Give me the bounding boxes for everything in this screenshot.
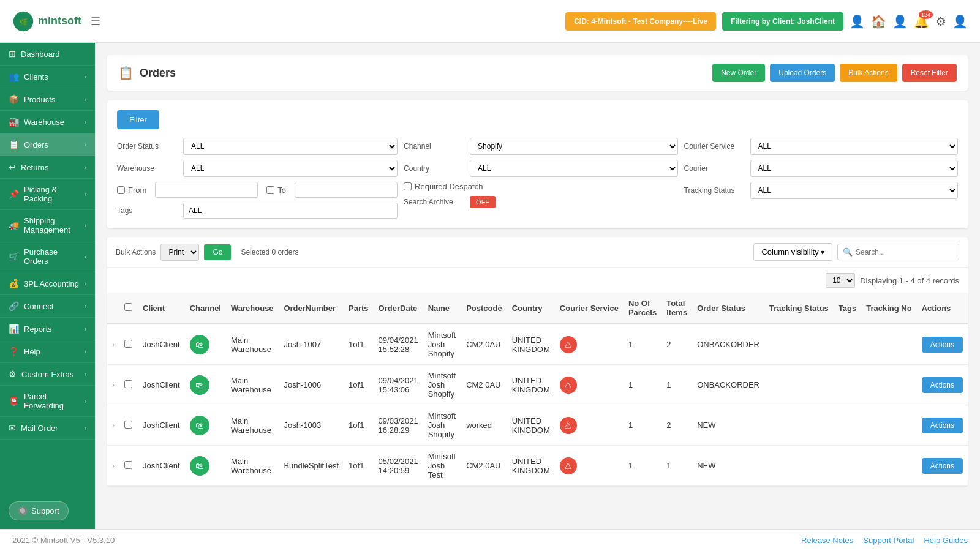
- warehouse-cell-3: Main Warehouse: [226, 446, 279, 486]
- expand-arrow-3[interactable]: ›: [112, 462, 115, 470]
- courier-field: Courier ALL: [684, 160, 958, 177]
- sidebar-item-dashboard[interactable]: ⊞ Dashboard: [0, 43, 95, 66]
- release-notes-link[interactable]: Release Notes: [801, 536, 853, 545]
- products-arrow: ›: [85, 96, 86, 103]
- expand-arrow-2[interactable]: ›: [112, 421, 115, 430]
- sidebar-item-warehouse[interactable]: 🏭 Warehouse ›: [0, 111, 95, 133]
- users-icon[interactable]: 👤: [850, 14, 865, 29]
- expand-cell-0[interactable]: ›: [107, 324, 119, 365]
- sidebar-item-picking-packing[interactable]: 📌 Picking & Packing ›: [0, 179, 95, 210]
- expand-cell-1[interactable]: ›: [107, 365, 119, 405]
- actions-cell-0: Actions: [917, 324, 968, 365]
- settings-icon[interactable]: ⚙: [935, 14, 946, 29]
- sidebar-label-picking: Picking & Packing: [24, 185, 80, 203]
- client-badge[interactable]: Filtering by Client: JoshClient: [722, 12, 843, 31]
- col-channel: Channel: [185, 293, 226, 324]
- sidebar-item-custom-extras[interactable]: ⚙ Custom Extras ›: [0, 363, 95, 386]
- notification-icon[interactable]: 🔔 124: [914, 14, 929, 29]
- filter-button[interactable]: Filter: [117, 110, 159, 129]
- sidebar-item-connect[interactable]: 🔗 Connect ›: [0, 295, 95, 318]
- clients-arrow: ›: [85, 73, 86, 80]
- parcels-cell-1: 1: [624, 365, 662, 405]
- logo-text: mintsoft: [38, 15, 81, 28]
- avatar-icon[interactable]: 👤: [952, 14, 968, 29]
- from-date-input[interactable]: [155, 182, 258, 198]
- required-despatch-label: Required Despatch: [404, 182, 483, 191]
- support-portal-link[interactable]: Support Portal: [863, 536, 914, 545]
- country-label: Country: [404, 164, 465, 173]
- footer: 2021 © Mintsoft V5 - V5.3.10 Release Not…: [0, 529, 980, 551]
- courier-cell-2: ⚠: [555, 405, 624, 446]
- sidebar-footer: 🔘 Support: [0, 493, 95, 529]
- country-field: Country ALL: [404, 160, 677, 177]
- home-icon[interactable]: 🏠: [871, 14, 886, 29]
- row-checkbox-2[interactable]: [124, 421, 132, 429]
- new-order-button[interactable]: New Order: [712, 64, 765, 82]
- expand-cell-3[interactable]: ›: [107, 446, 119, 486]
- actions-button-0[interactable]: Actions: [922, 337, 963, 353]
- sidebar-item-shipping[interactable]: 🚚 Shipping Management ›: [0, 210, 95, 241]
- sidebar-item-help[interactable]: ❓ Help ›: [0, 340, 95, 363]
- sidebar-item-orders[interactable]: 📋 Orders ›: [0, 133, 95, 156]
- tracking-status-select[interactable]: ALL: [750, 182, 958, 199]
- channel-cell-1: 🛍: [185, 365, 226, 405]
- reset-filter-button[interactable]: Reset Filter: [902, 64, 957, 82]
- courier-service-select[interactable]: ALL: [750, 138, 958, 155]
- tracking-status-cell-2: [764, 405, 834, 446]
- order-status-select[interactable]: ALL: [183, 138, 398, 155]
- upload-orders-button[interactable]: Upload Orders: [770, 64, 835, 82]
- sidebar-item-reports[interactable]: 📊 Reports ›: [0, 318, 95, 340]
- country-select[interactable]: ALL: [470, 160, 677, 177]
- required-despatch-checkbox[interactable]: [404, 182, 412, 190]
- to-date-input[interactable]: [295, 182, 398, 198]
- row-checkbox-0[interactable]: [124, 340, 132, 348]
- svg-text:🌿: 🌿: [19, 18, 28, 26]
- expand-cell-2[interactable]: ›: [107, 405, 119, 446]
- parcels-cell-0: 1: [624, 324, 662, 365]
- support-button[interactable]: 🔘 Support: [9, 501, 69, 520]
- sidebar-label-shipping: Shipping Management: [24, 216, 80, 234]
- actions-button-2[interactable]: Actions: [922, 418, 963, 433]
- channel-select[interactable]: Shopify: [470, 138, 677, 155]
- order-date-cell-0: 09/04/2021 15:52:28: [374, 324, 423, 365]
- search-archive-toggle[interactable]: OFF: [470, 196, 496, 208]
- cid-badge[interactable]: CID: 4-Mintsoft - Test Company----Live: [565, 12, 716, 31]
- per-page-select[interactable]: 10 25 50: [826, 273, 855, 288]
- table-body: › JoshClient 🛍 Main Warehouse Josh-1007 …: [107, 324, 968, 486]
- header-left: 🌿 mintsoft ☰: [12, 10, 100, 32]
- warehouse-select[interactable]: ALL: [183, 160, 398, 177]
- column-visibility-button[interactable]: Column visibility ▾: [753, 243, 832, 261]
- person-icon[interactable]: 👤: [892, 14, 908, 29]
- sidebar-item-returns[interactable]: ↩ Returns ›: [0, 156, 95, 179]
- tags-input[interactable]: [183, 203, 398, 219]
- sidebar-item-products[interactable]: 📦 Products ›: [0, 88, 95, 111]
- row-checkbox-3[interactable]: [124, 461, 132, 469]
- sidebar-item-mail-order[interactable]: ✉ Mail Order ›: [0, 417, 95, 440]
- actions-button-1[interactable]: Actions: [922, 377, 963, 393]
- expand-arrow-1[interactable]: ›: [112, 381, 115, 389]
- go-button[interactable]: Go: [204, 244, 231, 260]
- help-guides-link[interactable]: Help Guides: [924, 536, 968, 545]
- channel-cell-3: 🛍: [185, 446, 226, 486]
- sidebar-item-purchase-orders[interactable]: 🛒 Purchase Orders ›: [0, 241, 95, 272]
- bulk-actions-button[interactable]: Bulk Actions: [840, 64, 897, 82]
- row-checkbox-1[interactable]: [124, 380, 132, 388]
- order-number-cell-0: Josh-1007: [279, 324, 344, 365]
- sidebar-item-parcel-forwarding[interactable]: 📮 Parcel Forwarding ›: [0, 386, 95, 417]
- sidebar-item-clients[interactable]: 👥 Clients ›: [0, 66, 95, 88]
- to-checkbox[interactable]: [266, 186, 274, 194]
- search-input[interactable]: [856, 248, 954, 257]
- expand-arrow-0[interactable]: ›: [112, 340, 115, 349]
- select-all-checkbox[interactable]: [124, 303, 132, 311]
- bulk-actions-select[interactable]: Print: [160, 244, 199, 261]
- col-checkbox: [119, 293, 138, 324]
- channel-icon-1: 🛍: [190, 375, 209, 395]
- sidebar-item-3pl[interactable]: 💰 3PL Accounting ›: [0, 272, 95, 295]
- from-checkbox[interactable]: [117, 186, 125, 194]
- menu-toggle[interactable]: ☰: [91, 15, 100, 28]
- courier-select[interactable]: ALL: [750, 160, 958, 177]
- actions-button-3[interactable]: Actions: [922, 458, 963, 474]
- picking-arrow: ›: [85, 191, 86, 198]
- search-archive-field: Search Archive OFF: [404, 196, 677, 208]
- warehouse-label: Warehouse: [117, 164, 178, 173]
